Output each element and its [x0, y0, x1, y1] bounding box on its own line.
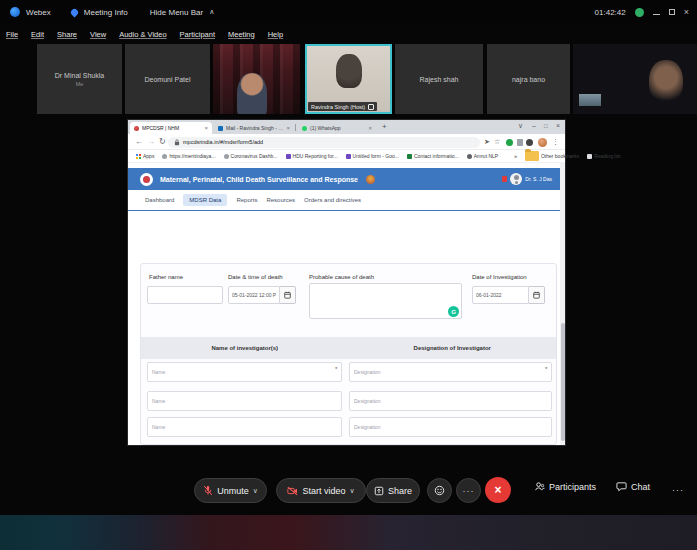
forward-button[interactable]: → — [147, 137, 155, 147]
notification-badge[interactable] — [502, 176, 507, 182]
leave-meeting-button[interactable]: × — [485, 477, 511, 503]
date-of-death-calendar-button[interactable] — [280, 286, 296, 304]
bookmark-label: HDU Reporting for... — [293, 153, 338, 159]
extension-dark-icon[interactable] — [526, 139, 533, 146]
required-marker: * — [335, 366, 337, 372]
menu-share[interactable]: Share — [57, 30, 77, 39]
minimize-button[interactable] — [653, 14, 660, 15]
active-speaker-video-tile[interactable]: Ravindra Singh (Host) — [305, 44, 392, 114]
participant-video-tile[interactable] — [213, 44, 300, 114]
date-of-investigation-calendar-button[interactable] — [529, 286, 545, 304]
more-options-button[interactable]: ··· — [456, 478, 481, 503]
browser-restore-button[interactable]: □ — [544, 123, 548, 129]
participant-tile[interactable]: Deomuni Patel — [125, 44, 210, 114]
investigator-designation-input-1[interactable] — [349, 362, 552, 382]
browser-menu-chevron-icon[interactable]: ∨ — [518, 122, 523, 130]
hide-menu-bar-button[interactable]: Hide Menu Bar — [150, 8, 203, 17]
back-button[interactable]: ← — [135, 137, 143, 147]
bookmark-label: Coronavirus Dashb... — [231, 153, 278, 159]
webex-logo-icon — [10, 7, 20, 17]
globe-icon — [224, 154, 229, 159]
participant-tile[interactable]: Rajesh shah — [395, 44, 483, 114]
browser-tab-outlook[interactable]: Mail - Ravindra Singh - Outlook × — [214, 122, 294, 134]
menu-bar: File Edit Share View Audio & Video Parti… — [0, 26, 697, 42]
scrollbar-thumb[interactable] — [561, 323, 565, 441]
investigator-designation-input-3[interactable] — [349, 417, 552, 437]
google-forms-icon — [346, 154, 351, 159]
other-bookmarks-button[interactable]: Other bookmarks — [525, 151, 579, 161]
page-scrollbar[interactable] — [560, 163, 565, 445]
menu-audio-video[interactable]: Audio & Video — [119, 30, 166, 39]
browser-close-button[interactable]: × — [556, 122, 560, 129]
participant-tile[interactable]: Dr Minal Shukla Me — [37, 44, 122, 114]
more-panels-icon[interactable]: ··· — [672, 485, 684, 495]
bookmark-item[interactable]: Coronavirus Dashb... — [224, 153, 278, 159]
bookmark-star-icon[interactable]: ☆ — [494, 138, 500, 146]
bookmark-item[interactable]: Contact informatio... — [407, 153, 459, 159]
chat-label: Chat — [631, 482, 650, 492]
unmute-button[interactable]: Unmute ∨ — [194, 478, 267, 503]
nav-reports[interactable]: Reports — [236, 194, 257, 206]
titlebar: Webex Meeting Info Hide Menu Bar ∧ 01:42… — [0, 0, 697, 24]
meeting-info-icon — [69, 7, 79, 17]
new-tab-button[interactable]: + — [382, 122, 387, 131]
writing-assistant-icon[interactable]: G — [448, 306, 459, 317]
nav-dashboard[interactable]: Dashboard — [145, 194, 174, 206]
tab-close-icon[interactable]: × — [204, 125, 208, 131]
bookmarks-overflow-chevron[interactable]: » — [514, 153, 517, 159]
globe-icon — [162, 154, 167, 159]
menu-meeting[interactable]: Meeting — [228, 30, 255, 39]
participant-video-tile[interactable] — [573, 44, 697, 114]
close-button[interactable]: × — [684, 8, 689, 17]
maximize-button[interactable] — [669, 9, 675, 15]
user-avatar[interactable] — [510, 173, 522, 185]
form-card: Father name Date & time of death Probabl… — [140, 263, 557, 445]
tab-close-icon[interactable]: × — [368, 125, 372, 131]
bookmark-item[interactable]: HDU Reporting for... — [286, 153, 338, 159]
participants-panel-button[interactable]: Participants — [534, 481, 596, 492]
extension-gray-icon[interactable] — [517, 139, 523, 146]
menu-file[interactable]: File — [6, 30, 18, 39]
bookmark-apps[interactable]: Apps — [136, 153, 154, 159]
nav-mdsr-data[interactable]: MDSR Data — [183, 194, 227, 206]
participant-tile[interactable]: najra bano — [487, 44, 570, 114]
probable-cause-textarea[interactable] — [309, 283, 462, 319]
profile-avatar[interactable] — [538, 138, 547, 147]
share-button[interactable]: Share — [366, 478, 420, 503]
nav-resources[interactable]: Resources — [266, 194, 295, 206]
reload-button[interactable]: ↻ — [159, 137, 166, 147]
bookmark-item[interactable]: Amrut NLP — [467, 153, 498, 159]
bookmark-item[interactable]: https://meritindiaya... — [162, 153, 215, 159]
start-video-button[interactable]: Start video ∨ — [276, 478, 366, 503]
investigator-name-input-1[interactable] — [147, 362, 342, 382]
extension-green-icon[interactable] — [506, 139, 513, 146]
investigator-designation-input-2[interactable] — [349, 391, 552, 411]
date-of-death-input[interactable] — [228, 286, 280, 304]
table-header-name: Name of investigator(s) — [141, 337, 349, 359]
share-label: Share — [388, 486, 412, 496]
menu-help[interactable]: Help — [268, 30, 283, 39]
date-of-investigation-input[interactable] — [472, 286, 529, 304]
reactions-button[interactable] — [427, 478, 452, 503]
tab-close-icon[interactable]: × — [286, 125, 290, 131]
investigator-name-input-2[interactable] — [147, 391, 342, 411]
address-bar[interactable]: mpcdsrindia.in/#/mdsr/form5/add — [168, 137, 480, 148]
chat-panel-button[interactable]: Chat — [616, 481, 650, 492]
browser-tab-mpcdsr[interactable]: MPCDSR | NHM × — [130, 122, 212, 134]
investigator-name-input-3[interactable] — [147, 417, 342, 437]
menu-view[interactable]: View — [90, 30, 106, 39]
lock-icon — [174, 139, 180, 146]
meeting-info-button[interactable]: Meeting Info — [84, 8, 128, 17]
menu-edit[interactable]: Edit — [31, 30, 44, 39]
nav-orders-directives[interactable]: Orders and directives — [304, 194, 361, 206]
father-name-input[interactable] — [147, 286, 223, 304]
browser-tab-whatsapp[interactable]: (1) WhatsApp × — [298, 122, 376, 134]
date-of-investigation-label: Date of Investigation — [472, 274, 527, 280]
bookmark-item[interactable]: Untitled form - Goo... — [346, 153, 399, 159]
browser-minimize-button[interactable]: – — [532, 122, 536, 129]
menu-participant[interactable]: Participant — [180, 30, 215, 39]
reading-list-button[interactable]: Reading list — [587, 153, 620, 159]
father-name-label: Father name — [149, 274, 183, 280]
send-to-device-icon[interactable]: ➤ — [484, 138, 490, 146]
browser-kebab-menu-icon[interactable]: ⋮ — [552, 138, 559, 146]
